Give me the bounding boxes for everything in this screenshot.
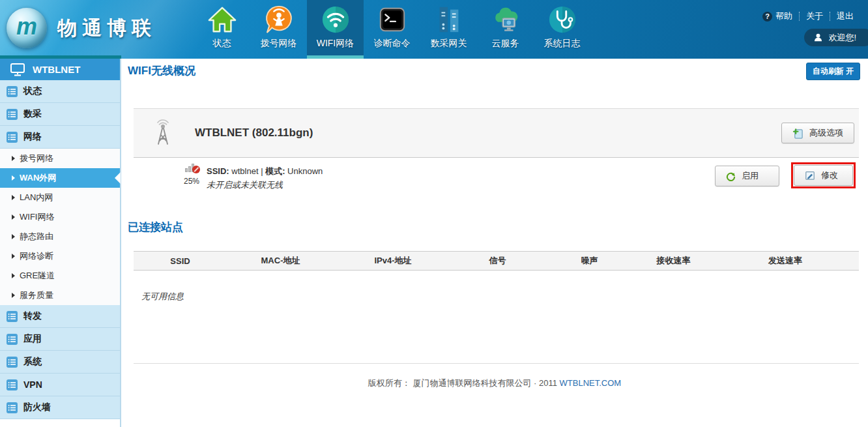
logo-glyph: m bbox=[16, 15, 37, 38]
home-icon bbox=[207, 5, 237, 35]
sidebar-item-label: 拨号网络 bbox=[20, 153, 53, 164]
about-label: 关于 bbox=[806, 10, 823, 22]
col-ipv4: IPv4-地址 bbox=[334, 255, 452, 267]
caret-right-icon bbox=[12, 175, 15, 181]
no-signal-icon bbox=[192, 166, 200, 173]
help-link[interactable]: ? 帮助 bbox=[756, 10, 799, 22]
empty-table-message: 无可用信息 bbox=[141, 291, 184, 302]
caret-right-icon bbox=[12, 156, 15, 161]
sidebar-item-label: 系统 bbox=[23, 356, 42, 368]
nav-tab-wifi[interactable]: WIFI网络 bbox=[307, 0, 364, 59]
nav-tab-gateway[interactable]: 数采网关 bbox=[420, 0, 477, 59]
sidebar-item-label: 转发 bbox=[23, 310, 42, 322]
sidebar-item-label: 数采 bbox=[23, 108, 42, 120]
sidebar-item-label: VPN bbox=[23, 379, 42, 390]
sidebar-item-dialup[interactable]: 拨号网络 bbox=[0, 149, 120, 168]
caret-right-icon bbox=[12, 254, 15, 259]
col-noise: 噪声 bbox=[543, 255, 635, 267]
nav-tab-cloud[interactable]: 云服务 bbox=[477, 0, 534, 59]
list-icon bbox=[7, 109, 18, 120]
caret-right-icon bbox=[12, 273, 15, 278]
nav-tab-syslog[interactable]: 系统日志 bbox=[534, 0, 590, 59]
ssid-separator: | bbox=[261, 166, 263, 176]
wifi-icon bbox=[321, 5, 351, 35]
list-icon bbox=[7, 357, 18, 368]
col-signal: 信号 bbox=[452, 255, 543, 267]
sidebar-item-vpn[interactable]: VPN bbox=[0, 374, 120, 396]
sidebar-item-forwarding[interactable]: 转发 bbox=[0, 305, 120, 328]
broadcast-bubble-icon bbox=[264, 5, 294, 35]
sidebar-item-qos[interactable]: 服务质量 bbox=[0, 286, 120, 305]
caret-right-icon bbox=[12, 234, 15, 239]
page-title: WIFI无线概况 bbox=[128, 63, 195, 78]
sidebar-item-status[interactable]: 状态 bbox=[0, 80, 120, 103]
sidebar-item-label: GRE隧道 bbox=[20, 270, 55, 282]
col-rx-rate: 接收速率 bbox=[635, 255, 712, 267]
wifi-status-text: 未开启或未关联无线 bbox=[207, 178, 323, 192]
sidebar-item-firewall[interactable]: 防火墙 bbox=[0, 396, 120, 419]
server-rack-icon bbox=[434, 5, 464, 35]
sidebar-item-wan[interactable]: WAN外网 bbox=[0, 168, 120, 188]
nav-tab-status[interactable]: 状态 bbox=[194, 0, 250, 59]
sidebar-item-gre[interactable]: GRE隧道 bbox=[0, 266, 120, 286]
brand-logo: m 物通博联 bbox=[7, 8, 156, 48]
list-icon bbox=[7, 334, 18, 345]
copyright-text: 版权所有： 厦门物通博联网络科技有限公司 · 2011 bbox=[368, 378, 557, 388]
list-icon bbox=[7, 311, 18, 322]
modify-button[interactable]: 修改 bbox=[794, 165, 853, 186]
footer-divider bbox=[134, 363, 859, 364]
radio-tower-icon bbox=[149, 119, 177, 147]
enable-button[interactable]: 启用 bbox=[715, 166, 779, 186]
signal-disabled-icon bbox=[185, 163, 198, 173]
nav-tab-diagnostics[interactable]: 诊断命令 bbox=[364, 0, 420, 59]
sidebar-item-label: LAN内网 bbox=[20, 192, 53, 203]
nav-label: WIFI网络 bbox=[317, 38, 354, 50]
about-link[interactable]: 关于 bbox=[800, 10, 830, 22]
sidebar-item-system[interactable]: 系统 bbox=[0, 351, 120, 374]
monitor-icon bbox=[10, 63, 25, 77]
sidebar-item-label: 网络 bbox=[23, 131, 42, 143]
sidebar-item-label: 网络诊断 bbox=[20, 250, 53, 262]
sidebar-item-static-routes[interactable]: 静态路由 bbox=[0, 227, 120, 246]
cloud-monitor-icon bbox=[491, 5, 521, 35]
sidebar-item-label: 状态 bbox=[23, 85, 42, 97]
logout-label: 退出 bbox=[837, 10, 854, 22]
advanced-options-button[interactable]: 高级选项 bbox=[781, 123, 854, 143]
wifi-overview-panel: WTBLNET (802.11bgn) 高级选项 25% bbox=[134, 108, 859, 205]
sidebar-item-daq[interactable]: 数采 bbox=[0, 103, 120, 126]
header-links: ? 帮助 关于 退出 bbox=[756, 10, 860, 22]
sidebar-item-network[interactable]: 网络 bbox=[0, 126, 120, 149]
col-tx-rate: 发送速率 bbox=[712, 255, 859, 267]
nav-label: 拨号网络 bbox=[261, 38, 297, 50]
page-plus-icon bbox=[792, 128, 803, 139]
sidebar-item-label: 应用 bbox=[23, 333, 42, 345]
device-name: WTBLNET bbox=[33, 64, 80, 75]
signal-percent: 25% bbox=[181, 177, 203, 186]
caret-right-icon bbox=[12, 214, 15, 220]
footer-link[interactable]: WTBLNET.COM bbox=[560, 378, 622, 388]
wifi-panel-body: 25% SSID: wtblnet | 模式: Unknown 未开启或未关联无… bbox=[134, 158, 859, 205]
sidebar-item-apps[interactable]: 应用 bbox=[0, 328, 120, 351]
wifi-network-name: WTBLNET (802.11bgn) bbox=[195, 126, 313, 140]
advanced-options-label: 高级选项 bbox=[809, 127, 843, 139]
list-icon bbox=[7, 86, 18, 97]
modify-label: 修改 bbox=[821, 169, 838, 181]
logout-link[interactable]: 退出 bbox=[830, 10, 860, 22]
auto-refresh-toggle[interactable]: 自动刷新 开 bbox=[806, 63, 860, 80]
edit-icon bbox=[805, 170, 815, 181]
main-nav: 状态 拨号网络 WIFI网络 bbox=[194, 0, 590, 59]
ssid-info: SSID: wtblnet | 模式: Unknown 未开启或未关联无线 bbox=[207, 164, 323, 192]
sidebar-device-header: WTBLNET bbox=[0, 59, 120, 80]
nav-label: 状态 bbox=[213, 38, 231, 50]
main-content: WIFI无线概况 自动刷新 开 WTBLNET (802.11bgn) 高级选项 bbox=[121, 59, 868, 427]
sidebar-item-lan[interactable]: LAN内网 bbox=[0, 188, 120, 207]
ssid-line: SSID: wtblnet | 模式: Unknown bbox=[207, 164, 323, 178]
welcome-badge[interactable]: 欢迎您! bbox=[804, 29, 868, 46]
sidebar-item-diagnostics[interactable]: 网络诊断 bbox=[0, 246, 120, 266]
terminal-icon bbox=[377, 5, 407, 35]
sidebar-item-wifi[interactable]: WIFI网络 bbox=[0, 207, 120, 227]
auto-refresh-state: 开 bbox=[846, 66, 854, 76]
top-header: m 物通博联 状态 拨号网络 bbox=[0, 0, 868, 59]
nav-tab-dialup[interactable]: 拨号网络 bbox=[250, 0, 307, 59]
nav-label: 云服务 bbox=[492, 38, 519, 50]
